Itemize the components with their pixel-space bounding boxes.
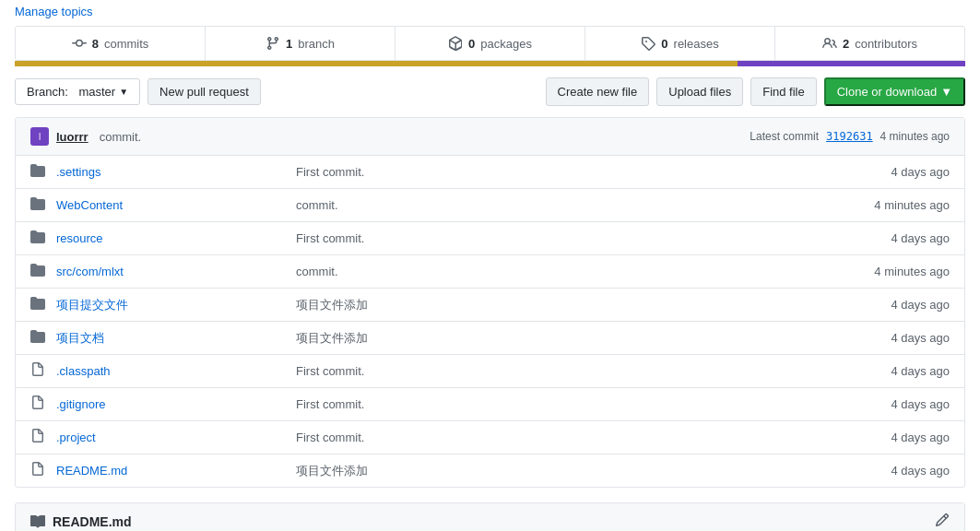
branch-label-prefix: Branch: — [27, 85, 68, 99]
releases-stat[interactable]: 0 releases — [585, 27, 775, 60]
table-row: .gitignore First commit. 4 days ago — [16, 388, 964, 421]
file-time: 4 days ago — [891, 397, 950, 411]
commit-author-link[interactable]: luorrr — [56, 130, 89, 144]
contributors-icon — [822, 36, 837, 51]
releases-label: releases — [674, 37, 719, 51]
folder-icon — [30, 163, 56, 181]
readme-icon — [30, 514, 45, 529]
commits-stat[interactable]: 8 commits — [16, 27, 206, 60]
readme-header: README.md — [16, 503, 964, 531]
commits-icon — [72, 36, 87, 51]
file-commit-message: First commit. — [296, 431, 891, 444]
file-time: 4 minutes ago — [874, 265, 950, 278]
clone-label: Clone or download — [837, 85, 937, 99]
packages-count: 0 — [468, 37, 475, 51]
table-row: .project First commit. 4 days ago — [16, 421, 964, 454]
file-name-link[interactable]: 项目文档 — [56, 330, 296, 347]
packages-label: packages — [480, 37, 532, 51]
table-row: src/com/mlxt commit. 4 minutes ago — [16, 255, 964, 289]
file-name-link[interactable]: WebContent — [56, 198, 296, 212]
branch-label: branch — [298, 37, 335, 51]
commit-time: 4 minutes ago — [880, 130, 950, 143]
file-time: 4 days ago — [891, 231, 950, 245]
toolbar-left: Branch: master ▼ New pull request — [15, 78, 261, 105]
file-name-link[interactable]: resource — [56, 231, 296, 245]
table-row: 项目提交文件 项目文件添加 4 days ago — [16, 289, 964, 322]
new-pull-request-button[interactable]: New pull request — [148, 78, 261, 105]
contributors-stat[interactable]: 2 contributors — [775, 27, 964, 60]
file-time: 4 days ago — [891, 165, 950, 179]
readme-actions — [935, 513, 950, 530]
table-row: .settings First commit. 4 days ago — [16, 156, 964, 189]
folder-icon — [30, 230, 56, 247]
readme-section: README.md — [15, 502, 965, 531]
file-time: 4 days ago — [891, 364, 950, 378]
file-time: 4 days ago — [891, 431, 950, 444]
clone-dropdown-arrow: ▼ — [940, 85, 952, 99]
file-commit-message: First commit. — [296, 364, 891, 378]
toolbar-right: Create new file Upload files Find file C… — [546, 77, 965, 106]
file-time: 4 minutes ago — [874, 198, 950, 212]
branch-name: master — [78, 85, 115, 99]
progress-segment-java — [15, 61, 738, 66]
manage-topics-link[interactable]: Manage topics — [15, 5, 93, 18]
file-commit-message: 项目文件添加 — [296, 463, 891, 479]
readme-title: README.md — [30, 514, 132, 529]
folder-icon — [30, 329, 56, 347]
contributors-label: contributors — [855, 37, 917, 51]
file-commit-message: First commit. — [296, 397, 891, 411]
folder-icon — [30, 296, 56, 313]
packages-icon — [448, 36, 463, 51]
branch-selector[interactable]: Branch: master ▼ — [15, 78, 140, 105]
commits-label: commits — [104, 37, 148, 51]
author-avatar: l — [30, 127, 49, 146]
commit-message: commit. — [100, 130, 142, 144]
folder-icon — [30, 263, 56, 280]
file-commit-message: First commit. — [296, 165, 891, 179]
file-name-link[interactable]: .settings — [56, 165, 296, 179]
file-name-link[interactable]: .gitignore — [56, 397, 296, 411]
manage-topics-section: Manage topics — [15, 0, 965, 26]
file-icon — [30, 429, 56, 446]
file-commit-message: First commit. — [296, 231, 891, 245]
file-icon — [30, 395, 56, 413]
file-time: 4 days ago — [891, 464, 950, 478]
create-new-file-button[interactable]: Create new file — [546, 77, 650, 106]
table-row: README.md 项目文件添加 4 days ago — [16, 454, 964, 487]
file-icon — [30, 362, 56, 380]
releases-count: 0 — [661, 37, 667, 51]
commit-info-right: Latest commit 3192631 4 minutes ago — [750, 130, 950, 143]
branch-stat[interactable]: 1 branch — [206, 27, 396, 60]
table-row: 项目文档 项目文件添加 4 days ago — [16, 322, 964, 355]
file-icon — [30, 462, 56, 479]
table-row: resource First commit. 4 days ago — [16, 222, 964, 255]
find-file-button[interactable]: Find file — [750, 77, 817, 106]
file-toolbar: Branch: master ▼ New pull request Create… — [15, 66, 965, 117]
table-row: .classpath First commit. 4 days ago — [16, 355, 964, 388]
file-rows-container: .settings First commit. 4 days ago WebCo… — [16, 156, 964, 487]
file-name-link[interactable]: src/com/mlxt — [56, 265, 296, 278]
edit-readme-icon[interactable] — [935, 513, 950, 527]
file-name-link[interactable]: .project — [56, 431, 296, 444]
table-row: WebContent commit. 4 minutes ago — [16, 189, 964, 222]
branch-count: 1 — [286, 37, 292, 51]
upload-files-button[interactable]: Upload files — [656, 77, 743, 106]
file-name-link[interactable]: 项目提交文件 — [56, 297, 296, 313]
clone-or-download-button[interactable]: Clone or download ▼ — [824, 77, 965, 106]
folder-icon — [30, 196, 56, 214]
packages-stat[interactable]: 0 packages — [396, 27, 585, 60]
latest-commit-label: Latest commit — [750, 130, 819, 143]
commit-sha-link[interactable]: 3192631 — [826, 130, 873, 143]
stats-bar: 8 commits 1 branch 0 packages 0 releases… — [15, 26, 965, 61]
file-time: 4 days ago — [891, 298, 950, 312]
file-commit-message: commit. — [296, 265, 874, 278]
file-name-link[interactable]: README.md — [56, 464, 296, 478]
commits-count: 8 — [92, 37, 99, 51]
releases-icon — [641, 36, 655, 51]
file-name-link[interactable]: .classpath — [56, 364, 296, 378]
branch-dropdown-arrow: ▼ — [119, 87, 128, 97]
file-commit-message: 项目文件添加 — [296, 330, 891, 347]
progress-segment-other — [738, 61, 965, 66]
contributors-count: 2 — [843, 37, 849, 51]
language-progress-bar — [15, 61, 965, 66]
